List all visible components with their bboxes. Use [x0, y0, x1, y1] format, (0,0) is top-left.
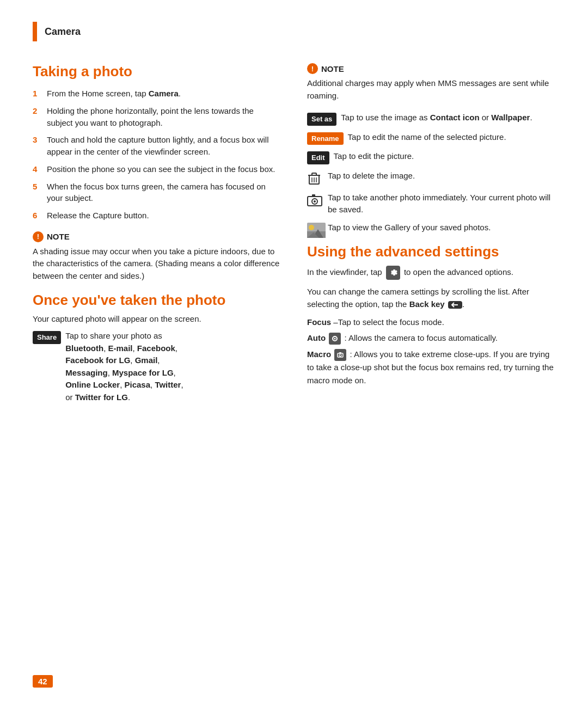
edit-button: Edit [307, 151, 329, 164]
gear-icon [386, 266, 400, 280]
delete-icon [307, 171, 321, 186]
advanced-settings-heading: Using the advanced settings [307, 243, 555, 260]
share-row: Share Tap to share your photo as Bluetoo… [33, 330, 281, 403]
step-5-num: 5 [33, 181, 44, 193]
share-twitter-lg: Twitter for LG [75, 393, 128, 402]
auto-item: Auto : Allows the camera to focus automa… [307, 332, 555, 345]
step-5-text: When the focus box turns green, the came… [47, 181, 281, 205]
rename-row: Rename Tap to edit the name of the selec… [307, 131, 555, 145]
note-2-label: NOTE [321, 64, 344, 73]
share-text-prefix: Tap to share your photo as [65, 331, 162, 340]
gallery-icon-svg [307, 223, 326, 238]
share-facebook-lg: Facebook for LG [65, 355, 130, 365]
step-4-text: Position the phone so you can see the su… [47, 163, 275, 175]
share-facebook: Facebook [137, 344, 175, 353]
step-1-text: From the Home screen, tap Camera. [47, 88, 181, 100]
camera-icon-svg [307, 194, 322, 207]
gallery-icon-container [307, 222, 328, 238]
edit-desc: Tap to edit the picture. [334, 150, 555, 163]
advanced-para2: You can change the camera settings by sc… [307, 285, 555, 311]
step-2: 2 Holding the phone horizontally, point … [33, 105, 281, 129]
share-button-label: Share [33, 331, 61, 344]
step-3-num: 3 [33, 134, 44, 146]
macro-item: Macro : Allows you to take extreme close… [307, 348, 555, 387]
page-header: Camera [33, 22, 555, 41]
step-5: 5 When the focus box turns green, the ca… [33, 181, 281, 205]
step-4-num: 4 [33, 163, 44, 175]
taking-photo-steps: 1 From the Home screen, tap Camera. 2 Ho… [33, 88, 281, 222]
advanced-para2-end: . [462, 299, 464, 309]
note-1-block: ! NOTE A shading issue may occur when yo… [33, 231, 281, 283]
header-title: Camera [45, 26, 81, 38]
camera-row: Tap to take another photo immediately. Y… [307, 192, 555, 216]
share-messaging: Messaging [65, 368, 108, 377]
edit-btn-container: Edit [307, 150, 334, 164]
svg-point-16 [334, 338, 336, 340]
contact-icon-text: Contact icon [430, 113, 480, 122]
step-3: 3 Touch and hold the capture button ligh… [33, 134, 281, 158]
camera-icon-container [307, 192, 328, 208]
delete-icon-container [307, 170, 328, 186]
focus-item: Focus –Tap to select the focus mode. [307, 316, 555, 328]
gallery-row: Tap to view the Gallery of your saved ph… [307, 222, 555, 238]
focus-term: Focus [307, 317, 331, 327]
back-arrow-svg [451, 302, 458, 308]
once-photo-heading: Once you've taken the photo [33, 292, 281, 309]
step-3-text: Touch and hold the capture button lightl… [47, 134, 281, 158]
macro-icon [334, 349, 346, 361]
advanced-intro-text: In the viewfinder, tap to open the advan… [307, 266, 555, 280]
set-as-btn-container: Set as [307, 112, 341, 126]
trash-icon-svg [308, 171, 321, 186]
svg-point-12 [309, 225, 314, 230]
back-key-icon [448, 301, 462, 309]
step-6-text: Release the Capture button. [47, 210, 149, 222]
camera-desc: Tap to take another photo immediately. Y… [328, 192, 555, 216]
share-myspace: Myspace for LG [112, 368, 174, 377]
note-1-icon: ! [33, 231, 44, 242]
gallery-desc: Tap to view the Gallery of your saved ph… [328, 222, 555, 234]
page: Camera Taking a photo 1 From the Home sc… [0, 0, 588, 705]
rename-button: Rename [307, 132, 344, 145]
rename-desc: Tap to edit the name of the selected pic… [348, 131, 555, 144]
share-online-locker: Online Locker [65, 380, 120, 389]
share-description: Tap to share your photo as Bluetooth, E-… [65, 330, 281, 403]
wallpaper-text: Wallpaper [491, 113, 530, 122]
back-key-label: Back key [409, 299, 445, 309]
advanced-intro-prefix: In the viewfinder, tap [307, 267, 382, 277]
camera-icon [307, 193, 322, 208]
note-2-text: Additional charges may apply when MMS me… [307, 77, 555, 102]
share-twitter: Twitter [155, 380, 181, 389]
share-picasa: Picasa [125, 380, 151, 389]
auto-text: : Allows the camera to focus automatical… [345, 333, 498, 342]
set-as-row: Set as Tap to use the image as Contact i… [307, 112, 555, 126]
left-column: Taking a photo 1 From the Home screen, t… [33, 63, 281, 409]
svg-rect-8 [312, 194, 315, 197]
share-options: Bluetooth [65, 344, 103, 353]
delete-row: Tap to delete the image. [307, 170, 555, 186]
step-4: 4 Position the phone so you can see the … [33, 163, 281, 175]
once-photo-sub: Your captured photo will appear on the s… [33, 314, 281, 323]
step-2-text: Holding the phone horizontally, point th… [47, 105, 281, 129]
step-1: 1 From the Home screen, tap Camera. [33, 88, 281, 100]
svg-point-9 [314, 200, 316, 203]
note-2-icon: ! [307, 63, 318, 74]
set-as-desc: Tap to use the image as Contact icon or … [341, 112, 555, 124]
header-bar-accent [33, 22, 37, 41]
page-number: 42 [33, 675, 53, 688]
auto-icon [329, 333, 341, 345]
auto-icon-svg [331, 335, 339, 342]
focus-text: –Tap to select the focus mode. [331, 317, 444, 327]
svg-rect-19 [339, 352, 341, 353]
right-column: ! NOTE Additional charges may apply when… [307, 63, 555, 409]
auto-term: Auto [307, 333, 326, 342]
macro-icon-svg [336, 351, 344, 359]
step-6-num: 6 [33, 210, 44, 222]
gallery-icon [307, 223, 326, 238]
note-1-title: ! NOTE [33, 231, 281, 242]
note-1-label: NOTE [47, 232, 70, 241]
gear-svg [388, 268, 398, 278]
rename-btn-container: Rename [307, 131, 348, 145]
set-as-button: Set as [307, 113, 336, 126]
step-6: 6 Release the Capture button. [33, 210, 281, 222]
share-btn-container: Share [33, 330, 65, 344]
